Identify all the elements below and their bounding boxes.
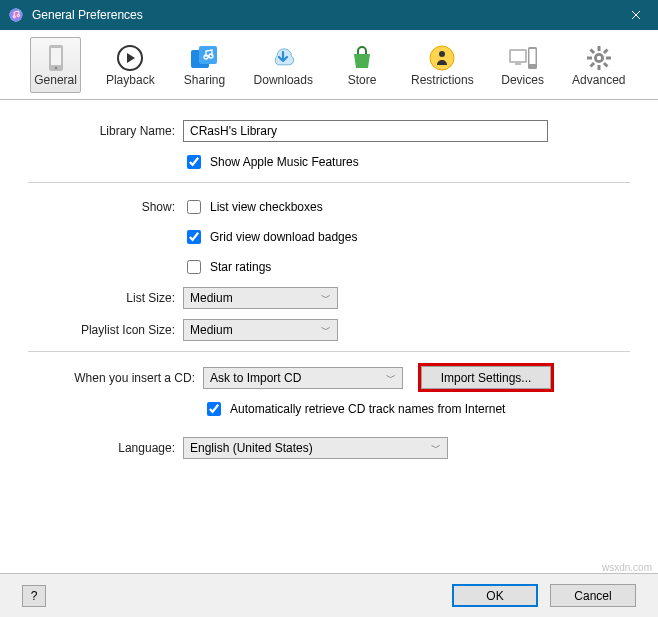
show-apple-music-label: Show Apple Music Features (210, 155, 359, 169)
playlist-icon-size-select[interactable]: Medium ﹀ (183, 319, 338, 341)
tab-playback[interactable]: Playback (103, 37, 157, 93)
toolbar: General Playback Sharing Downloads Store… (0, 30, 658, 100)
app-icon (8, 7, 24, 23)
svg-rect-23 (603, 61, 609, 67)
divider (28, 182, 630, 183)
svg-point-9 (439, 51, 445, 57)
svg-rect-22 (589, 48, 595, 54)
list-size-value: Medium (190, 291, 233, 305)
svg-rect-7 (199, 46, 217, 64)
svg-rect-19 (606, 56, 611, 59)
import-settings-button[interactable]: Import Settings... (421, 366, 551, 389)
svg-rect-3 (51, 48, 61, 65)
tab-label: Restrictions (411, 73, 474, 87)
chevron-down-icon: ﹀ (321, 323, 331, 337)
tab-label: Downloads (254, 73, 313, 87)
sharing-icon (189, 43, 219, 73)
list-size-select[interactable]: Medium ﹀ (183, 287, 338, 309)
tab-devices[interactable]: Devices (498, 37, 548, 93)
watermark: wsxdn.com (602, 562, 652, 573)
help-button[interactable]: ? (22, 585, 46, 607)
auto-retrieve-checkbox[interactable] (207, 402, 221, 416)
store-icon (347, 43, 377, 73)
tab-label: Advanced (572, 73, 625, 87)
star-ratings-label: Star ratings (210, 260, 271, 274)
auto-retrieve-label: Automatically retrieve CD track names fr… (230, 402, 505, 416)
chevron-down-icon: ﹀ (321, 291, 331, 305)
chevron-down-icon: ﹀ (431, 441, 441, 455)
svg-point-24 (597, 55, 601, 59)
library-name-input[interactable] (183, 120, 548, 142)
language-value: English (United States) (190, 441, 313, 455)
tab-label: Devices (501, 73, 544, 87)
playlist-icon-size-label: Playlist Icon Size: (28, 323, 183, 337)
title-bar: General Preferences (0, 0, 658, 30)
ok-button[interactable]: OK (452, 584, 538, 607)
insert-cd-select[interactable]: Ask to Import CD ﹀ (203, 367, 403, 389)
show-label: Show: (28, 200, 183, 214)
language-label: Language: (28, 441, 183, 455)
insert-cd-label: When you insert a CD: (28, 371, 203, 385)
grid-view-badges-checkbox[interactable] (187, 230, 201, 244)
svg-point-1 (10, 9, 23, 22)
tab-label: Store (348, 73, 377, 87)
playlist-icon-size-value: Medium (190, 323, 233, 337)
svg-rect-18 (587, 56, 592, 59)
star-ratings-checkbox[interactable] (187, 260, 201, 274)
close-button[interactable] (614, 0, 658, 30)
svg-rect-17 (597, 65, 600, 70)
chevron-down-icon: ﹀ (386, 371, 396, 385)
devices-icon (508, 43, 538, 73)
tab-label: Sharing (184, 73, 225, 87)
svg-rect-21 (589, 61, 595, 67)
divider (28, 351, 630, 352)
grid-view-badges-label: Grid view download badges (210, 230, 357, 244)
tab-label: Playback (106, 73, 155, 87)
tab-store[interactable]: Store (337, 37, 387, 93)
language-select[interactable]: English (United States) ﹀ (183, 437, 448, 459)
tab-label: General (34, 73, 77, 87)
insert-cd-value: Ask to Import CD (210, 371, 301, 385)
content-panel: Library Name: Show Apple Music Features … (0, 100, 658, 479)
restrictions-icon (427, 43, 457, 73)
list-view-checkboxes-checkbox[interactable] (187, 200, 201, 214)
svg-rect-14 (529, 49, 535, 64)
svg-rect-16 (597, 46, 600, 51)
tab-restrictions[interactable]: Restrictions (409, 37, 476, 93)
bottom-bar: ? OK Cancel (0, 573, 658, 617)
tab-advanced[interactable]: Advanced (570, 37, 628, 93)
cancel-button[interactable]: Cancel (550, 584, 636, 607)
svg-rect-12 (515, 63, 521, 65)
svg-rect-11 (511, 51, 525, 61)
window-title: General Preferences (32, 8, 614, 22)
download-icon (268, 43, 298, 73)
svg-point-4 (54, 66, 57, 69)
gear-icon (584, 43, 614, 73)
svg-point-8 (430, 46, 454, 70)
list-size-label: List Size: (28, 291, 183, 305)
play-icon (115, 43, 145, 73)
show-apple-music-checkbox[interactable] (187, 155, 201, 169)
tab-sharing[interactable]: Sharing (179, 37, 229, 93)
list-view-checkboxes-label: List view checkboxes (210, 200, 323, 214)
tab-general[interactable]: General (30, 37, 81, 93)
tab-downloads[interactable]: Downloads (251, 37, 315, 93)
phone-icon (41, 43, 71, 73)
library-name-label: Library Name: (28, 124, 183, 138)
svg-rect-20 (603, 48, 609, 54)
